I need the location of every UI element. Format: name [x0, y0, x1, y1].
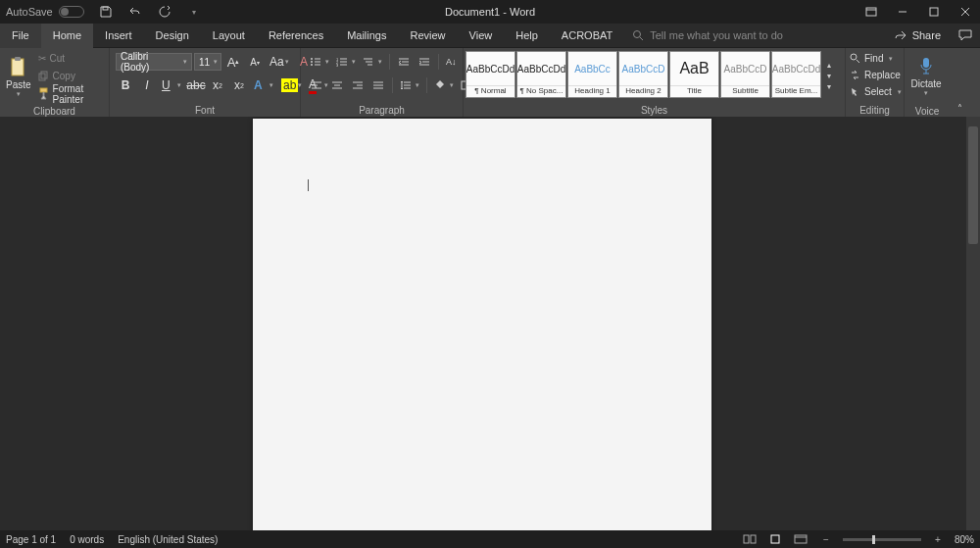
- line-spacing-button[interactable]: ▾: [397, 75, 422, 95]
- maximize-icon[interactable]: [919, 0, 949, 24]
- status-page[interactable]: Page 1 of 1: [6, 534, 56, 545]
- tab-design[interactable]: Design: [144, 24, 201, 48]
- svg-rect-2: [930, 8, 938, 16]
- status-words[interactable]: 0 words: [70, 534, 104, 545]
- svg-rect-20: [771, 535, 779, 543]
- zoom-out-button[interactable]: −: [817, 532, 835, 546]
- svg-rect-4: [12, 59, 24, 75]
- italic-button[interactable]: I: [137, 75, 157, 95]
- tab-file[interactable]: File: [0, 24, 41, 48]
- quick-access-toolbar: ▾: [96, 2, 204, 22]
- share-icon: [895, 29, 906, 41]
- paste-icon: [9, 56, 28, 77]
- chevron-down-icon: ▾: [889, 55, 893, 63]
- style-preview: AaBbCcD: [619, 52, 667, 85]
- comments-icon[interactable]: [951, 29, 980, 41]
- collapse-ribbon-button[interactable]: ˄: [950, 103, 969, 114]
- tab-home[interactable]: Home: [41, 24, 93, 48]
- style-label: ¶ Normal: [466, 85, 514, 97]
- paste-label: Paste: [6, 79, 31, 90]
- share-button[interactable]: Share: [885, 29, 951, 41]
- increase-indent-button[interactable]: [415, 52, 434, 72]
- tab-help[interactable]: Help: [504, 24, 550, 48]
- multilevel-list-button[interactable]: ▾: [360, 52, 385, 72]
- svg-rect-7: [41, 72, 47, 78]
- font-size-combo[interactable]: 11▾: [194, 53, 221, 71]
- tab-layout[interactable]: Layout: [201, 24, 257, 48]
- zoom-in-button[interactable]: +: [929, 532, 947, 546]
- underline-button[interactable]: U▾: [159, 75, 184, 95]
- cut-icon: ✂: [38, 53, 46, 64]
- font-name-combo[interactable]: Calibri (Body)▾: [116, 53, 192, 71]
- zoom-value[interactable]: 80%: [955, 534, 974, 545]
- change-case-button[interactable]: Aa▾: [267, 52, 292, 72]
- status-language[interactable]: English (United States): [118, 534, 218, 545]
- format-painter-button[interactable]: Format Painter: [35, 85, 105, 102]
- close-icon[interactable]: [951, 0, 980, 24]
- select-button[interactable]: Select▾: [850, 83, 902, 100]
- paste-button[interactable]: Paste ▾: [4, 50, 33, 103]
- group-paragraph: ▾ 123▾ ▾ A↓ ¶ ▾ ▾ ▾ Para: [301, 48, 464, 117]
- style-preview: AaB: [670, 52, 718, 85]
- qat-customize-icon[interactable]: ▾: [184, 2, 204, 22]
- style-title[interactable]: AaBTitle: [669, 51, 719, 98]
- web-layout-icon[interactable]: [792, 532, 809, 546]
- autosave-switch[interactable]: [59, 6, 84, 18]
- shrink-font-button[interactable]: A▾: [245, 52, 265, 72]
- share-label: Share: [912, 29, 941, 41]
- find-button[interactable]: Find▾: [850, 50, 893, 67]
- style-heading-1[interactable]: AaBbCcHeading 1: [567, 51, 617, 98]
- scrollbar-thumb[interactable]: [968, 126, 978, 244]
- undo-icon[interactable]: [125, 2, 145, 22]
- style-subtle-em-[interactable]: AaBbCcDdSubtle Em...: [771, 51, 821, 98]
- styles-more-button[interactable]: ▴▾▾: [822, 51, 836, 100]
- page[interactable]: [253, 119, 711, 530]
- strikethrough-button[interactable]: abc: [186, 75, 206, 95]
- chevron-down-icon: ▾: [325, 58, 329, 66]
- svg-point-10: [311, 61, 313, 63]
- align-center-button[interactable]: [327, 75, 347, 95]
- style--no-spac-[interactable]: AaBbCcDd¶ No Spac...: [516, 51, 566, 98]
- justify-button[interactable]: [368, 75, 388, 95]
- select-label: Select: [864, 86, 892, 97]
- superscript-button[interactable]: x2: [229, 75, 249, 95]
- bullets-button[interactable]: ▾: [307, 52, 332, 72]
- print-layout-icon[interactable]: [766, 532, 784, 546]
- text-effects-button[interactable]: A▾: [251, 75, 276, 95]
- minimize-icon[interactable]: [888, 0, 917, 24]
- style-subtitle[interactable]: AaBbCcDSubtitle: [720, 51, 770, 98]
- chevron-down-icon: ▾: [898, 88, 902, 96]
- shading-button[interactable]: ▾: [431, 75, 457, 95]
- tab-mailings[interactable]: Mailings: [335, 24, 398, 48]
- replace-button[interactable]: Replace: [850, 67, 901, 83]
- style--normal[interactable]: AaBbCcDd¶ Normal: [466, 51, 515, 98]
- tell-me-search[interactable]: Tell me what you want to do: [632, 29, 783, 41]
- numbering-button[interactable]: 123▾: [333, 52, 359, 72]
- ribbon-display-options-icon[interactable]: [857, 0, 886, 24]
- tell-me-placeholder: Tell me what you want to do: [650, 29, 783, 41]
- tab-review[interactable]: Review: [399, 24, 458, 48]
- save-icon[interactable]: [96, 2, 116, 22]
- tab-acrobat[interactable]: ACROBAT: [550, 24, 624, 48]
- tab-insert[interactable]: Insert: [93, 24, 144, 48]
- vertical-scrollbar[interactable]: [966, 117, 980, 530]
- dictate-button[interactable]: Dictate ▾: [908, 50, 944, 103]
- autosave-toggle[interactable]: AutoSave: [6, 6, 84, 18]
- replace-icon: [850, 70, 860, 80]
- zoom-slider-thumb[interactable]: [872, 535, 875, 544]
- redo-icon[interactable]: [155, 2, 174, 22]
- tab-references[interactable]: References: [257, 24, 335, 48]
- align-right-button[interactable]: [348, 75, 368, 95]
- style-label: Heading 1: [568, 85, 616, 97]
- zoom-slider[interactable]: [843, 538, 921, 541]
- svg-text:3: 3: [336, 63, 339, 67]
- svg-rect-0: [103, 7, 108, 10]
- read-mode-icon[interactable]: [741, 532, 759, 546]
- decrease-indent-button[interactable]: [394, 52, 414, 72]
- tab-view[interactable]: View: [458, 24, 505, 48]
- align-left-button[interactable]: [307, 75, 326, 95]
- grow-font-button[interactable]: A▴: [223, 52, 243, 72]
- bold-button[interactable]: B: [116, 75, 135, 95]
- subscript-button[interactable]: x2: [208, 75, 227, 95]
- style-heading-2[interactable]: AaBbCcDHeading 2: [618, 51, 668, 98]
